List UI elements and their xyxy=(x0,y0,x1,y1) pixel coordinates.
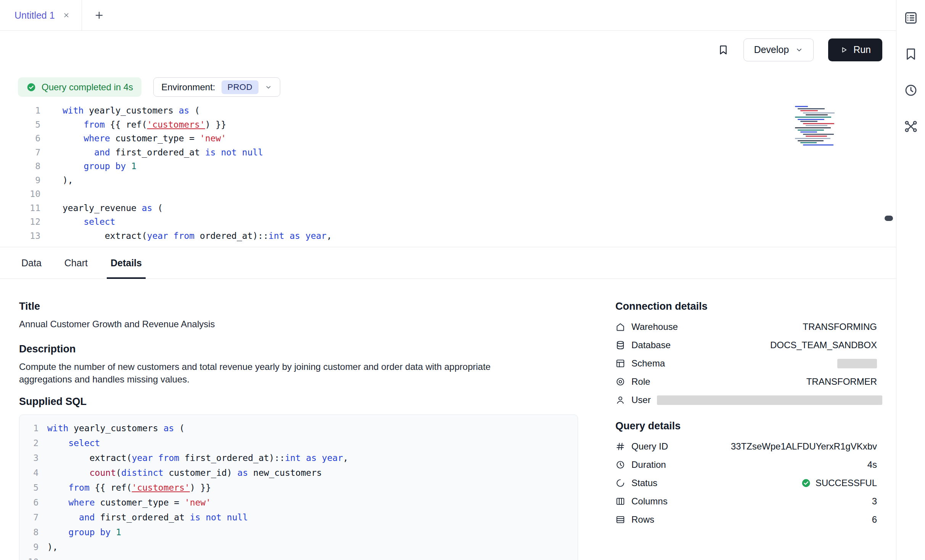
ref-link[interactable]: 'customers' xyxy=(132,483,190,493)
code-token: customer_id) xyxy=(164,468,238,478)
detail-row: Query ID33TZseWpe1ALFDUYerxR1gVKxbv xyxy=(615,437,877,456)
code-token: select xyxy=(84,217,115,227)
redacted-value xyxy=(657,395,882,405)
code-token: year xyxy=(147,231,168,241)
status-row: Query completed in 4s Environment: PROD xyxy=(18,77,896,97)
value-text: 3 xyxy=(872,496,877,507)
detail-label: Query ID xyxy=(631,441,668,452)
history-icon[interactable] xyxy=(904,83,918,98)
new-tab-icon[interactable] xyxy=(93,10,105,21)
code-text: from {{ ref('customers') }} xyxy=(47,480,211,495)
line-number: 6 xyxy=(0,131,40,146)
detail-row: Rows6 xyxy=(615,510,877,529)
code-token: from xyxy=(84,120,104,130)
code-line: 7and first_ordered_at is not null xyxy=(0,146,896,160)
tab-details[interactable]: Details xyxy=(108,247,144,278)
code-line: 10 xyxy=(0,187,896,201)
line-number: 1 xyxy=(0,104,40,118)
code-token: , xyxy=(326,231,332,241)
code-token: and xyxy=(79,512,95,522)
detail-value: 6 xyxy=(872,514,877,525)
code-token: from xyxy=(68,483,89,493)
query-status-text: Query completed in 4s xyxy=(42,82,133,93)
code-token: extract( xyxy=(105,231,147,241)
code-token: first_ordered_at):: xyxy=(179,453,285,463)
value-text: 4s xyxy=(867,459,877,470)
minimap-line xyxy=(800,110,818,111)
code-token xyxy=(126,161,131,171)
line-number: 4 xyxy=(19,466,39,480)
code-line: 8group by 1 xyxy=(19,525,578,540)
lineage-icon[interactable] xyxy=(904,119,918,134)
value-text: TRANSFORMER xyxy=(806,376,877,387)
role-icon xyxy=(615,377,625,387)
line-number: 7 xyxy=(19,510,39,525)
sql-editor[interactable]: 1with yearly_customers as (5from {{ ref(… xyxy=(0,97,896,247)
environment-badge: PROD xyxy=(222,80,259,94)
code-text: with yearly_customers as ( xyxy=(63,104,200,118)
success-check-icon xyxy=(801,478,811,488)
schema-icon xyxy=(615,358,625,368)
code-token xyxy=(300,231,305,241)
code-line: 10 xyxy=(19,555,578,560)
user-icon xyxy=(615,395,625,405)
code-text: with yearly_customers as ( xyxy=(47,421,185,436)
close-tab-icon[interactable] xyxy=(63,11,70,19)
line-number: 9 xyxy=(0,173,40,187)
line-number: 7 xyxy=(0,146,40,160)
develop-button[interactable]: Develop xyxy=(744,38,814,61)
ref-link[interactable]: 'customers' xyxy=(147,120,205,130)
detail-label: Columns xyxy=(631,496,668,507)
detail-value: 33TZseWpe1ALFDUYerxR1gVKxbv xyxy=(731,441,877,452)
code-text: and first_ordered_at is not null xyxy=(63,146,263,160)
code-token xyxy=(153,453,158,463)
results-list-icon[interactable] xyxy=(904,11,918,25)
bookmark-icon[interactable] xyxy=(904,47,918,61)
detail-row: User xyxy=(615,391,877,409)
detail-value: TRANSFORMING xyxy=(803,322,877,332)
code-token: as xyxy=(289,231,300,241)
code-token: as xyxy=(306,453,317,463)
query-status-chip: Query completed in 4s xyxy=(18,77,141,97)
code-line: 6where customer_type = 'new' xyxy=(19,495,578,510)
code-token: where xyxy=(84,133,110,143)
detail-value: 3 xyxy=(872,496,877,507)
bookmark-icon[interactable] xyxy=(718,44,729,56)
query-details-rows: Query ID33TZseWpe1ALFDUYerxR1gVKxbvDurat… xyxy=(615,437,877,529)
code-token: where xyxy=(68,498,95,507)
line-number: 9 xyxy=(19,540,39,555)
tab-data[interactable]: Data xyxy=(19,247,44,278)
warehouse-icon xyxy=(615,322,625,332)
line-number: 8 xyxy=(19,525,39,540)
chevron-down-icon xyxy=(265,83,272,91)
code-text: extract(year from first_ordered_at)::int… xyxy=(47,451,348,466)
run-button[interactable]: Run xyxy=(828,38,882,61)
minimap[interactable] xyxy=(795,106,840,146)
tab-untitled-1[interactable]: Untitled 1 xyxy=(0,0,82,30)
detail-value: DOCS_TEAM_SANDBOX xyxy=(770,340,877,350)
results-tab-bar: DataChartDetails xyxy=(0,247,896,279)
code-token: customer_type = xyxy=(95,498,185,507)
code-token: , xyxy=(343,453,348,463)
line-number: 10 xyxy=(0,187,40,201)
environment-label: Environment: xyxy=(161,82,215,93)
code-token: from xyxy=(158,453,179,463)
editor-code: 1with yearly_customers as (5from {{ ref(… xyxy=(0,104,896,243)
line-number: 13 xyxy=(0,229,40,243)
code-text: where customer_type = 'new' xyxy=(47,495,211,510)
scrollbar-thumb[interactable] xyxy=(885,216,893,221)
tab-chart[interactable]: Chart xyxy=(62,247,90,278)
code-token: with xyxy=(63,106,84,115)
code-text: select xyxy=(63,215,115,229)
value-text: 33TZseWpe1ALFDUYerxR1gVKxbv xyxy=(731,441,877,452)
value-text: TRANSFORMING xyxy=(803,322,877,332)
code-token: is not null xyxy=(205,147,263,157)
code-text: group by 1 xyxy=(63,159,137,173)
supplied-sql-heading: Supplied SQL xyxy=(19,395,578,408)
line-number: 5 xyxy=(19,480,39,495)
code-token: yearly_customers xyxy=(84,106,178,115)
code-token: yearly_revenue xyxy=(63,203,142,213)
environment-selector[interactable]: Environment: PROD xyxy=(153,77,280,97)
database-icon xyxy=(615,340,625,350)
code-line: 12select xyxy=(0,215,896,229)
